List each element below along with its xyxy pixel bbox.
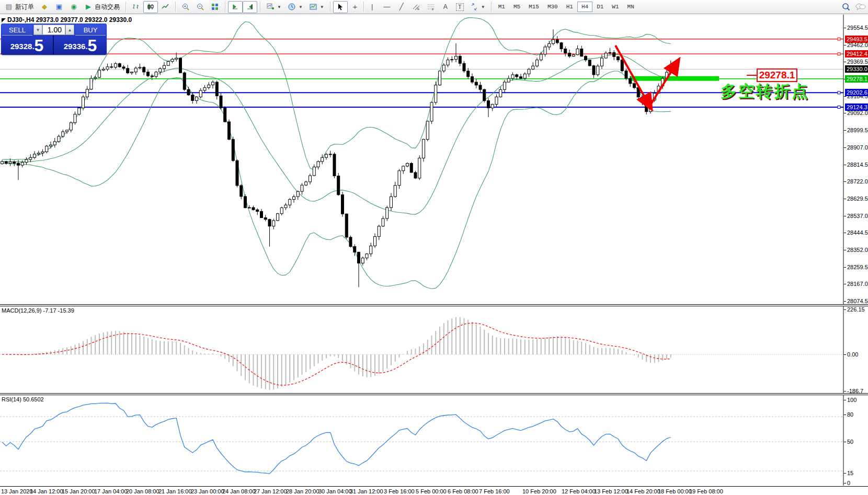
svg-text:E: E bbox=[417, 7, 419, 10]
time-axis-label: 14 Feb 20:00 bbox=[626, 488, 660, 494]
price-axis-tick: 28629.5 bbox=[847, 195, 868, 202]
macd-axis-tick: 226.15 bbox=[847, 306, 865, 313]
periods-dropdown-arrow[interactable]: ▼ bbox=[299, 5, 303, 9]
main-price-pane[interactable] bbox=[0, 15, 844, 304]
one-click-trading-panel: SELL ▼ 1.00 ▲ BUY 29328.5 29336.5 bbox=[1, 24, 107, 55]
text-icon: A bbox=[441, 3, 450, 11]
pane-splitter-2[interactable] bbox=[0, 393, 868, 395]
vertical-line-button[interactable]: | bbox=[365, 1, 380, 13]
candlestick-chart-button[interactable] bbox=[143, 1, 158, 13]
indicators-button[interactable]: ▼ bbox=[263, 1, 284, 13]
tile-windows-button[interactable] bbox=[208, 1, 222, 13]
vertical-line-icon: | bbox=[368, 3, 376, 11]
price-axis-tick: 28537.0 bbox=[847, 213, 868, 219]
auto-trading-icon: ▶ bbox=[84, 3, 93, 11]
zoom-in-icon bbox=[181, 3, 190, 11]
sell-price[interactable]: 29328.5 bbox=[1, 36, 54, 54]
timeframe-d1-button[interactable]: D1 bbox=[592, 2, 608, 12]
cursor-icon bbox=[336, 3, 345, 11]
charts-icon: ▣ bbox=[55, 3, 63, 11]
price-axis-tick: 29369.5 bbox=[847, 59, 868, 65]
buy-button[interactable]: BUY bbox=[75, 25, 106, 36]
equidistant-channel-icon: E bbox=[412, 3, 420, 11]
time-axis-label: 23 Jan 00:00 bbox=[191, 488, 224, 494]
volume-input[interactable]: 1.00 bbox=[42, 25, 65, 35]
timeframe-m1-button[interactable]: M1 bbox=[494, 2, 509, 12]
rsi-indicator-label: RSI(14) 50.6502 bbox=[2, 396, 44, 402]
templates-button[interactable]: ▼ bbox=[306, 1, 327, 13]
auto-trading-label: 自动交易 bbox=[95, 3, 120, 11]
timeframe-group: M1M5M15M30H1H4D1W1MN bbox=[493, 0, 640, 14]
timeframe-h1-button[interactable]: H1 bbox=[562, 2, 577, 12]
timeframe-w1-button[interactable]: W1 bbox=[608, 2, 623, 12]
text-button[interactable]: A bbox=[438, 1, 453, 13]
search-icon[interactable] bbox=[842, 3, 850, 11]
profiles-button[interactable]: ◆ bbox=[37, 1, 52, 13]
line-chart-button[interactable] bbox=[158, 1, 173, 13]
chart-shift-icon bbox=[246, 3, 254, 11]
sell-button[interactable]: SELL bbox=[2, 25, 32, 36]
one-click-collapse-icon[interactable] bbox=[2, 18, 6, 22]
chart-area[interactable]: DJ30-,H4 29373.0 29377.0 29322.0 29330.0… bbox=[0, 15, 868, 495]
timeframe-m15-button[interactable]: M15 bbox=[524, 2, 543, 12]
indicators-icon bbox=[266, 3, 275, 11]
pivot-callout-line bbox=[747, 75, 757, 76]
bar-chart-icon bbox=[132, 3, 140, 11]
crosshair-button[interactable]: + bbox=[348, 1, 362, 13]
cursor-button[interactable] bbox=[333, 1, 348, 13]
new-order-button[interactable]: ▤ 新订单 bbox=[2, 1, 37, 13]
auto-trading-button[interactable]: ▶ 自动交易 bbox=[81, 1, 123, 13]
zoom-out-button[interactable] bbox=[193, 1, 208, 13]
volume-increase-button[interactable]: ▲ bbox=[65, 25, 74, 35]
periods-button[interactable]: ▼ bbox=[284, 1, 306, 13]
time-axis-label: 10 Feb 20:00 bbox=[522, 488, 556, 494]
timeframe-h4-button[interactable]: H4 bbox=[577, 2, 592, 12]
macd-pane[interactable] bbox=[0, 306, 844, 393]
equidistant-channel-button[interactable]: E bbox=[409, 1, 424, 13]
buy-price[interactable]: 29336.5 bbox=[54, 36, 107, 54]
templates-dropdown-arrow[interactable]: ▼ bbox=[320, 5, 324, 9]
text-label-button[interactable]: T bbox=[453, 1, 467, 13]
chart-title: DJ30-,H4 29373.0 29377.0 29322.0 29330.0 bbox=[7, 16, 132, 24]
trendline-button[interactable]: ╱ bbox=[394, 1, 409, 13]
buy-price-frac: 5 bbox=[88, 38, 97, 53]
bar-chart-button[interactable] bbox=[129, 1, 143, 13]
text-label-icon: T bbox=[456, 3, 464, 11]
time-axis-label: 13 Jan 2020 bbox=[1, 488, 33, 494]
rsi-pane[interactable] bbox=[0, 395, 844, 486]
svg-text:F: F bbox=[432, 8, 434, 11]
navigator-icon: ◉ bbox=[70, 3, 78, 11]
price-axis-tick: 29554.5 bbox=[847, 25, 868, 31]
indicators-dropdown-arrow[interactable]: ▼ bbox=[277, 5, 281, 9]
time-axis-label: 31 Jan 12:00 bbox=[350, 488, 383, 494]
trendline-icon: ╱ bbox=[397, 3, 406, 11]
macd-indicator-label: MACD(12,26,9) -7.17 -15.39 bbox=[2, 307, 74, 314]
horizontal-line-button[interactable]: — bbox=[380, 1, 394, 13]
zoom-in-button[interactable] bbox=[178, 1, 193, 13]
time-axis-label: 24 Jan 08:00 bbox=[222, 488, 256, 494]
arrows-dropdown-arrow[interactable]: ▼ bbox=[481, 5, 485, 9]
crosshair-icon: + bbox=[351, 3, 359, 11]
periods-icon bbox=[288, 3, 296, 11]
volume-decrease-button[interactable]: ▼ bbox=[33, 25, 42, 35]
timeframe-m30-button[interactable]: M30 bbox=[543, 2, 562, 12]
templates-icon bbox=[309, 3, 317, 11]
arrows-button[interactable]: ▼ bbox=[467, 1, 488, 13]
fibonacci-button[interactable]: F bbox=[424, 1, 438, 13]
sell-price-main: 29328 bbox=[10, 40, 32, 53]
auto-scroll-icon bbox=[231, 3, 239, 11]
time-axis-label: 17 Jan 04:00 bbox=[94, 488, 128, 494]
chat-icon[interactable] bbox=[855, 3, 864, 11]
rsi-axis-tick: 50 bbox=[847, 439, 853, 445]
time-axis-label: 18 Feb 00:00 bbox=[658, 488, 692, 494]
price-tag-29278.1: 29278.1 bbox=[845, 75, 868, 83]
timeframe-mn-button[interactable]: MN bbox=[623, 2, 638, 12]
auto-scroll-button[interactable] bbox=[228, 1, 243, 13]
time-axis: 13 Jan 202014 Jan 12:0015 Jan 20:0017 Ja… bbox=[0, 486, 868, 495]
price-axis-tick: 28999.5 bbox=[847, 127, 868, 133]
chart-shift-button[interactable] bbox=[243, 1, 257, 13]
pane-splitter-1[interactable] bbox=[0, 304, 868, 306]
charts-button[interactable]: ▣ bbox=[52, 1, 66, 13]
timeframe-m5-button[interactable]: M5 bbox=[509, 2, 524, 12]
navigator-button[interactable]: ◉ bbox=[66, 1, 81, 13]
